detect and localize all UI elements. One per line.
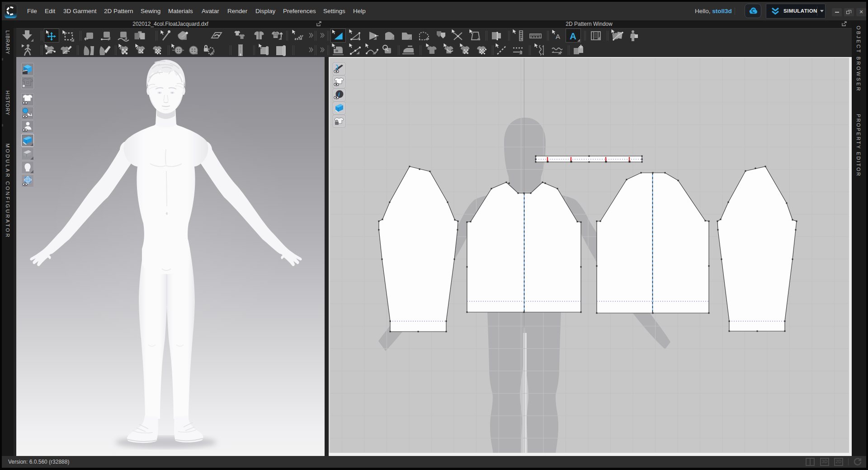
- svg-text:A: A: [556, 33, 560, 40]
- svg-text:A: A: [570, 31, 576, 41]
